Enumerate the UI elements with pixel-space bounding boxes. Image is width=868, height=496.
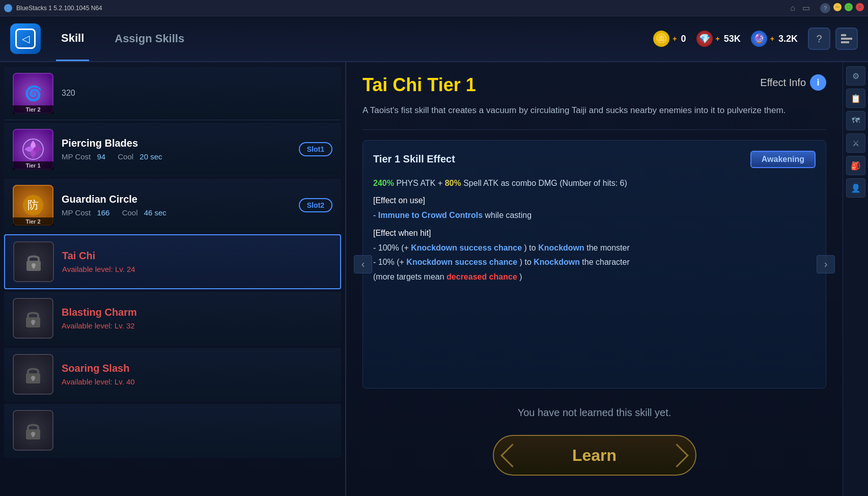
- gold-value: 0: [681, 34, 686, 44]
- skill-detail-panel: Tai Chi Tier 1 Effect Info i A Taoist's …: [346, 62, 843, 496]
- effect-line-7: (more targets mean decreased chance ): [373, 270, 816, 285]
- skill-info-ss: Soaring Slash Available level: Lv. 40: [62, 363, 332, 386]
- skill-icon-wrapper-tc: [13, 241, 54, 282]
- skill-description: A Taoist's fist skill that creates a vac…: [362, 104, 826, 117]
- knockdown-2: Knockdown: [534, 258, 580, 266]
- skill-level-ss: Available level: Lv. 40: [62, 377, 332, 386]
- effect-nav-left[interactable]: ‹: [354, 255, 372, 273]
- skill-item-piercing-blades-top[interactable]: 🌀 Tier 2 320: [4, 66, 341, 120]
- skill-item-blasting-charm[interactable]: Blasting Charm Available level: Lv. 32: [4, 291, 341, 345]
- effect-info-button[interactable]: Effect Info i: [760, 74, 826, 91]
- skill-meta-pb: MP Cost 94 Cool 20 sec: [62, 152, 299, 161]
- knockdown-chance-1: Knockdown success chance: [411, 243, 522, 252]
- header-tabs: Skill Assign Skills: [56, 16, 189, 61]
- window-controls: ? ─ □ ✕: [820, 3, 864, 13]
- skill-item-guardian-circle[interactable]: 防 Tier 2 Guardian Circle MP Cost 166 Coo…: [4, 178, 341, 232]
- phys-atk-pct: 240%: [373, 179, 394, 187]
- main-content: 🌀 Tier 2 320 Tier: [0, 62, 868, 496]
- skill-icon-ss: [13, 354, 53, 395]
- skill-icon-wrapper: 🌀 Tier 2: [13, 73, 53, 114]
- skill-name-bc: Blasting Charm: [62, 307, 332, 318]
- svg-rect-2: [841, 41, 849, 43]
- knockdown-chance-2: Knockdown success chance: [406, 258, 517, 266]
- effect-line-1: 240% PHYS ATK + 80% Spell ATK as combo D…: [373, 176, 816, 191]
- skill-icon-wrapper-gc: 防 Tier 2: [13, 185, 53, 226]
- effect-section-title: Tier 1 Skill Effect: [373, 153, 455, 165]
- app-logo[interactable]: ◁: [10, 23, 41, 54]
- gold-icon: 🪙: [653, 31, 669, 47]
- skill-main-title: Tai Chi Tier 1: [362, 74, 476, 96]
- slot-badge-pb[interactable]: Slot1: [299, 142, 332, 156]
- tab-assign-skills[interactable]: Assign Skills: [109, 16, 189, 61]
- skill-icon-wrapper-pb: Tier 1: [13, 129, 53, 170]
- effect-nav-right[interactable]: ›: [817, 255, 835, 273]
- awakening-button[interactable]: Awakening: [750, 151, 816, 168]
- skill-info-tc: Tai Chi Available level: Lv. 24: [62, 250, 332, 273]
- close-btn[interactable]: ✕: [856, 3, 864, 11]
- effect-section-header: Tier 1 Skill Effect Awakening: [373, 151, 816, 168]
- header-actions: ?: [808, 27, 858, 50]
- help-button[interactable]: ?: [808, 27, 830, 50]
- side-btn-2[interactable]: 🗺: [846, 111, 865, 130]
- svg-rect-17: [32, 434, 34, 437]
- effect-section: ‹ › Tier 1 Skill Effect Awakening 240% P…: [362, 140, 826, 389]
- decreased-chance: decreased chance: [446, 272, 517, 281]
- orb-prefix: +: [770, 35, 774, 43]
- maximize-btn[interactable]: □: [845, 3, 853, 11]
- gem-icon: 💎: [696, 31, 713, 47]
- minimize-btn[interactable]: ─: [833, 3, 842, 11]
- skill-item-soaring-slash[interactable]: Soaring Slash Available level: Lv. 40: [4, 347, 341, 401]
- currency-gold: 🪙 + 0: [653, 31, 686, 47]
- side-btn-1[interactable]: 📋: [846, 89, 865, 108]
- header: ◁ Skill Assign Skills 🪙 + 0 💎 + 53K 🔮 + …: [0, 16, 868, 62]
- gold-prefix: +: [673, 35, 677, 43]
- skill-meta-gc: MP Cost 166 Cool 46 sec: [62, 208, 299, 217]
- side-btn-5[interactable]: 👤: [846, 178, 865, 198]
- skill-icon-wrapper-bc: [13, 298, 53, 339]
- app-icon: [4, 4, 12, 12]
- lock-icon-ss: [14, 355, 52, 394]
- screen-icon[interactable]: ▭: [802, 3, 810, 13]
- svg-text:防: 防: [27, 199, 39, 211]
- immune-text: Immune to Crowd Controls: [378, 211, 483, 219]
- lock-icon-bc: [14, 299, 52, 338]
- slot-badge-gc[interactable]: Slot2: [299, 198, 332, 212]
- currency-bar: 🪙 + 0 💎 + 53K 🔮 + 3.2K: [653, 31, 798, 47]
- home-icon[interactable]: ⌂: [790, 4, 795, 13]
- learn-button[interactable]: Learn: [493, 435, 696, 476]
- side-btn-0[interactable]: ⚙: [846, 66, 865, 86]
- skill-list-panel: 🌀 Tier 2 320 Tier: [0, 62, 346, 496]
- tier-badge-pb: Tier 1: [13, 161, 53, 170]
- skill-item-tai-chi[interactable]: Tai Chi Available level: Lv. 24: [4, 234, 341, 289]
- skill-name-gc: Guardian Circle: [62, 194, 299, 205]
- skill-icon-unk: [13, 410, 53, 451]
- skill-icon-bc: [13, 298, 53, 339]
- skill-info-gc: Guardian Circle MP Cost 166 Cool 46 sec: [62, 194, 299, 217]
- effect-line-6: - 10% (+ Knockdown success chance ) to K…: [373, 255, 816, 270]
- side-btn-3[interactable]: ⚔: [846, 133, 865, 153]
- skill-item-unknown[interactable]: [4, 403, 341, 457]
- skill-info-pb: Piercing Blades MP Cost 94 Cool 20 sec: [62, 137, 299, 161]
- tier-badge: Tier 2: [13, 105, 53, 114]
- svg-rect-1: [841, 38, 852, 40]
- knockdown-1: Knockdown: [538, 243, 584, 252]
- currency-gem: 💎 + 53K: [696, 31, 741, 47]
- divider: [362, 129, 826, 130]
- tab-skill[interactable]: Skill: [56, 16, 89, 61]
- menu-button[interactable]: [835, 27, 858, 50]
- effect-line-4: [Effect when hit]: [373, 226, 816, 241]
- svg-rect-8: [33, 265, 35, 268]
- effect-info-text: Effect Info: [760, 77, 806, 89]
- skill-icon-wrapper-unk: [13, 410, 53, 451]
- learn-btn-wrapper: Learn: [362, 427, 826, 484]
- skill-item-piercing-blades[interactable]: Tier 1 Piercing Blades MP Cost 94 Cool 2…: [4, 122, 341, 176]
- skill-name-tc: Tai Chi: [62, 250, 332, 262]
- tier-badge-gc: Tier 2: [13, 217, 53, 226]
- effect-line-3: - Immune to Crowd Controls while casting: [373, 208, 816, 223]
- mp-cost-pb: 94: [97, 152, 105, 161]
- logo-icon: ◁: [15, 29, 36, 49]
- side-btn-4[interactable]: 🎒: [846, 156, 865, 175]
- lock-icon-unk: [14, 411, 52, 450]
- effect-text: 240% PHYS ATK + 80% Spell ATK as combo D…: [373, 176, 816, 285]
- help-btn[interactable]: ?: [820, 3, 830, 13]
